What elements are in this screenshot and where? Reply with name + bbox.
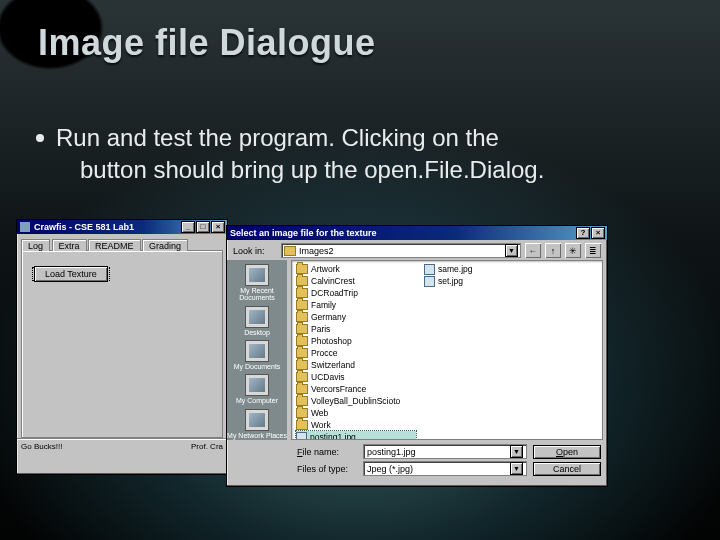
file-name: DCRoadTrip — [311, 288, 358, 298]
lookin-label: Look in: — [233, 246, 277, 256]
status-bar: Go Bucks!!! Prof. Cra — [17, 438, 227, 453]
crawfis-title: Crawfis - CSE 581 Lab1 — [34, 222, 134, 232]
place-label: My Computer — [236, 397, 278, 404]
tab-body: Load Texture — [21, 250, 223, 438]
load-texture-focus: Load Texture — [32, 267, 110, 281]
dialog-titlebar[interactable]: Select an image file for the texture ? × — [227, 226, 607, 240]
place-mycomputer[interactable]: My Computer — [236, 374, 278, 404]
documents-icon — [245, 340, 269, 362]
crawfis-titlebar[interactable]: Crawfis - CSE 581 Lab1 _ □ × — [17, 220, 227, 234]
folder-icon — [296, 384, 308, 394]
list-item[interactable]: Family — [296, 299, 416, 311]
file-name: same.jpg — [438, 264, 473, 274]
list-item[interactable]: Procce — [296, 347, 416, 359]
folder-icon — [296, 264, 308, 274]
filename-label: File name: — [297, 447, 357, 457]
file-name: Work — [311, 420, 331, 430]
folder-icon — [296, 420, 308, 430]
dialog-body: My Recent Documents Desktop My Documents… — [227, 260, 607, 440]
open-button[interactable]: Open — [533, 445, 601, 459]
help-button[interactable]: ? — [576, 227, 590, 239]
status-left: Go Bucks!!! — [21, 442, 62, 451]
tab-strip: Log Extra README Grading Load Texture — [17, 234, 227, 438]
up-one-level-button[interactable]: ↑ — [545, 243, 561, 258]
file-name: Germany — [311, 312, 346, 322]
filename-input[interactable]: posting1.jpg▼ — [363, 444, 527, 459]
lookin-combo[interactable]: Images2 ▼ — [281, 243, 521, 258]
place-label: Desktop — [244, 329, 270, 336]
file-column-2: same.jpgset.jpg — [420, 261, 548, 439]
place-label: My Network Places — [227, 432, 287, 439]
bullet-text-2: button should bring up the open.File.Dia… — [80, 154, 684, 186]
list-item[interactable]: DCRoadTrip — [296, 287, 416, 299]
list-item[interactable]: same.jpg — [424, 263, 544, 275]
lookin-value: Images2 — [299, 246, 334, 256]
load-texture-button[interactable]: Load Texture — [34, 266, 108, 282]
file-name: Web — [311, 408, 328, 418]
file-name: set.jpg — [438, 276, 463, 286]
file-column-1: ArtworkCalvinCrestDCRoadTripFamilyGerman… — [292, 261, 420, 439]
file-name: posting1.jpg — [310, 432, 356, 440]
chevron-down-icon[interactable]: ▼ — [510, 445, 523, 458]
list-item[interactable]: CalvinCrest — [296, 275, 416, 287]
views-button[interactable]: ≣ — [585, 243, 601, 258]
list-item[interactable]: posting1.jpg — [296, 431, 416, 440]
place-mydocs[interactable]: My Documents — [234, 340, 281, 370]
new-folder-button[interactable]: ✳ — [565, 243, 581, 258]
folder-icon — [296, 276, 308, 286]
image-icon — [296, 432, 307, 441]
network-icon — [245, 409, 269, 431]
open-file-dialog: Select an image file for the texture ? ×… — [226, 225, 608, 487]
cancel-button[interactable]: Cancel — [533, 462, 601, 476]
list-item[interactable]: VercorsFrance — [296, 383, 416, 395]
lookin-row: Look in: Images2 ▼ ← ↑ ✳ ≣ — [227, 240, 607, 260]
list-item[interactable]: Web — [296, 407, 416, 419]
list-item[interactable]: Work — [296, 419, 416, 431]
list-item[interactable]: UCDavis — [296, 371, 416, 383]
place-desktop[interactable]: Desktop — [244, 306, 270, 336]
filetype-label: Files of type: — [297, 464, 357, 474]
places-bar: My Recent Documents Desktop My Documents… — [227, 260, 287, 440]
folder-icon — [296, 300, 308, 310]
bullet-dot — [36, 134, 44, 142]
file-name: VolleyBall_DublinScioto — [311, 396, 400, 406]
filetype-value: Jpeg (*.jpg) — [367, 464, 413, 474]
image-icon — [424, 276, 435, 287]
maximize-button[interactable]: □ — [196, 221, 210, 233]
folder-icon — [296, 312, 308, 322]
tab-extra[interactable]: Extra — [52, 239, 87, 251]
minimize-button[interactable]: _ — [181, 221, 195, 233]
chevron-down-icon[interactable]: ▼ — [510, 462, 523, 475]
file-name: VercorsFrance — [311, 384, 366, 394]
history-icon — [245, 264, 269, 286]
filename-value: posting1.jpg — [367, 447, 416, 457]
file-name: Paris — [311, 324, 330, 334]
slide-title: Image file Dialogue — [38, 22, 376, 64]
file-list[interactable]: ArtworkCalvinCrestDCRoadTripFamilyGerman… — [291, 260, 603, 440]
list-item[interactable]: Photoshop — [296, 335, 416, 347]
place-network[interactable]: My Network Places — [227, 409, 287, 439]
list-item[interactable]: set.jpg — [424, 275, 544, 287]
list-item[interactable]: Paris — [296, 323, 416, 335]
place-recent[interactable]: My Recent Documents — [227, 264, 287, 302]
file-name: UCDavis — [311, 372, 345, 382]
tab-log[interactable]: Log — [21, 239, 50, 251]
tab-grading[interactable]: Grading — [142, 239, 188, 251]
folder-icon — [296, 336, 308, 346]
list-item[interactable]: VolleyBall_DublinScioto — [296, 395, 416, 407]
list-item[interactable]: Germany — [296, 311, 416, 323]
list-item[interactable]: Artwork — [296, 263, 416, 275]
back-button[interactable]: ← — [525, 243, 541, 258]
chevron-down-icon[interactable]: ▼ — [505, 244, 518, 257]
place-label: My Recent Documents — [227, 287, 287, 302]
filetype-combo[interactable]: Jpeg (*.jpg)▼ — [363, 461, 527, 476]
computer-icon — [245, 374, 269, 396]
close-button[interactable]: × — [211, 221, 225, 233]
tab-readme[interactable]: README — [88, 239, 141, 251]
dialog-close-button[interactable]: × — [591, 227, 605, 239]
image-icon — [424, 264, 435, 275]
file-name: Procce — [311, 348, 337, 358]
list-item[interactable]: Switzerland — [296, 359, 416, 371]
bullet-text-1: Run and test the program. Clicking on th… — [56, 124, 499, 151]
place-label: My Documents — [234, 363, 281, 370]
